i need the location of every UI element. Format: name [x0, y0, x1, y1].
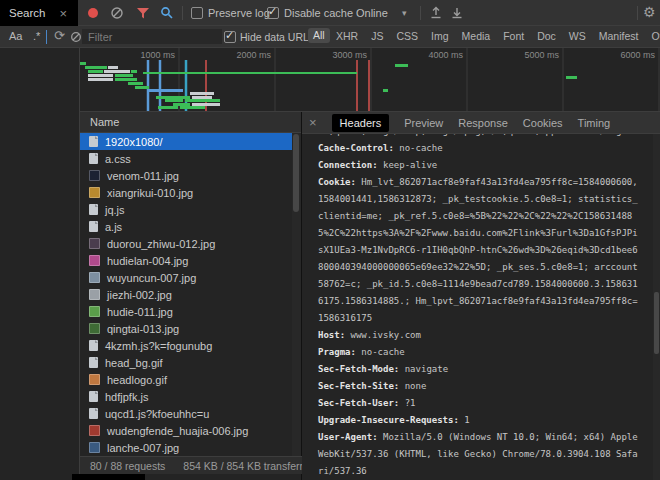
- table-row[interactable]: hudie-011.jpg: [80, 303, 292, 320]
- network-status-bar: 80 / 88 requests 854 KB / 854 KB transfe…: [80, 456, 302, 474]
- regex-button[interactable]: .*: [33, 30, 40, 42]
- filter-type-all[interactable]: All: [308, 28, 330, 43]
- table-row[interactable]: lanche-007.jpg: [80, 439, 292, 456]
- image-thumbnail-icon: [89, 374, 100, 385]
- details-tabs: HeadersPreviewResponseCookiesTiming: [332, 114, 611, 132]
- request-name-label: uqcd1.js?kfoeuhhc=u: [105, 408, 209, 420]
- header-name: Cache-Control:: [318, 143, 399, 153]
- import-har-icon[interactable]: [429, 6, 443, 20]
- image-thumbnail-icon: [89, 272, 100, 283]
- record-network-log-button[interactable]: [88, 8, 98, 18]
- requests-count: 80 / 88 requests: [90, 460, 165, 472]
- document-icon: [89, 391, 98, 402]
- filter-type-font[interactable]: Font: [503, 30, 524, 42]
- search-drawer-tab[interactable]: Search ×: [0, 0, 78, 26]
- svg-text:5000 ms: 5000 ms: [524, 50, 559, 60]
- header-value: keep-alive: [383, 160, 437, 170]
- search-results-pane: [0, 48, 80, 480]
- table-row[interactable]: uqcd1.js?kfoeuhhc=u: [80, 405, 292, 422]
- column-header-name[interactable]: Name: [80, 112, 301, 133]
- image-thumbnail-icon: [89, 323, 100, 334]
- svg-text:2000 ms: 2000 ms: [236, 50, 271, 60]
- filter-type-ws[interactable]: WS: [569, 30, 586, 42]
- table-row[interactable]: jiezhi-002.jpg: [80, 286, 292, 303]
- transferred-size: 854 KB / 854 KB transferred: [183, 460, 314, 472]
- clear-search-icon[interactable]: [70, 31, 82, 43]
- search-icon[interactable]: [160, 6, 174, 20]
- document-icon: [89, 408, 98, 419]
- refresh-search-icon[interactable]: ⟳: [54, 28, 65, 43]
- request-name-label: hdfjpfk.js: [105, 391, 148, 403]
- export-har-icon[interactable]: [450, 6, 464, 20]
- header-value: navigate: [405, 364, 448, 374]
- image-thumbnail-icon: [89, 289, 100, 300]
- tab-cookies[interactable]: Cookies: [523, 117, 563, 129]
- throttling-dropdown[interactable]: Online: [356, 7, 388, 19]
- network-overview-timeline[interactable]: 1000 ms2000 ms3000 ms4000 ms5000 ms6000 …: [80, 48, 660, 112]
- header-name: Cookie:: [318, 177, 361, 187]
- header-name: Upgrade-Insecure-Requests:: [318, 415, 464, 425]
- preserve-log-checkbox[interactable]: [191, 7, 203, 19]
- filter-type-doc[interactable]: Doc: [537, 30, 556, 42]
- filter-type-list: XHRJSCSSImgMediaFontDocWSManifestOther: [336, 30, 660, 42]
- requests-scrollbar[interactable]: [292, 133, 301, 456]
- disable-cache-checkbox[interactable]: [267, 7, 279, 19]
- table-row[interactable]: 1920x1080/: [80, 133, 292, 150]
- search-tab-close-icon[interactable]: ×: [59, 7, 67, 20]
- table-row[interactable]: wudengfende_huajia-006.jpg: [80, 422, 292, 439]
- table-row[interactable]: venom-011.jpg: [80, 167, 292, 184]
- request-name-label: headlogo.gif: [107, 374, 167, 386]
- table-row[interactable]: xiangrikui-010.jpg: [80, 184, 292, 201]
- table-row[interactable]: headlogo.gif: [80, 371, 292, 388]
- table-row[interactable]: wuyuncun-007.jpg: [80, 269, 292, 286]
- header-value: no-cache: [361, 347, 404, 357]
- filter-type-js[interactable]: JS: [371, 30, 383, 42]
- settings-gear-icon[interactable]: ⚙: [643, 4, 656, 20]
- filter-type-manifest[interactable]: Manifest: [599, 30, 639, 42]
- tab-preview[interactable]: Preview: [404, 117, 443, 129]
- request-name-label: duorou_zhiwu-012.jpg: [107, 238, 215, 250]
- filter-type-media[interactable]: Media: [462, 30, 491, 42]
- table-row[interactable]: head_bg.gif: [80, 354, 292, 371]
- tab-timing[interactable]: Timing: [578, 117, 611, 129]
- table-row[interactable]: a.css: [80, 150, 292, 167]
- table-row[interactable]: jq.js: [80, 201, 292, 218]
- header-line: Sec-Fetch-Mode: navigate: [318, 361, 638, 378]
- header-line: Sec-Fetch-Site: none: [318, 378, 638, 395]
- filter-input[interactable]: [82, 29, 222, 44]
- filter-funnel-icon[interactable]: [136, 6, 150, 20]
- image-thumbnail-icon: [89, 442, 100, 453]
- details-scrollbar-thumb[interactable]: [654, 292, 659, 354]
- table-row[interactable]: duorou_zhiwu-012.jpg: [80, 235, 292, 252]
- match-case-button[interactable]: Aa: [9, 30, 22, 42]
- toolbar-divider: [182, 6, 183, 20]
- close-details-icon[interactable]: ×: [309, 116, 317, 129]
- table-row[interactable]: qingtai-013.jpg: [80, 320, 292, 337]
- filter-type-other[interactable]: Other: [651, 30, 660, 42]
- header-line: Pragma: no-cache: [318, 344, 638, 361]
- clear-network-log-icon[interactable]: [110, 6, 124, 20]
- tab-headers[interactable]: Headers: [332, 114, 390, 132]
- header-name: Connection:: [318, 160, 383, 170]
- hide-data-urls-checkbox[interactable]: [224, 31, 236, 43]
- table-row[interactable]: 4kzmh.js?k=fogunubg: [80, 337, 292, 354]
- headers-content: ml;q=0.9,image/webp,image/apng,*/*;q=0.8…: [302, 134, 652, 480]
- request-name-label: qingtai-013.jpg: [107, 323, 179, 335]
- table-row[interactable]: a.js: [80, 218, 292, 235]
- requests-scrollbar-thumb[interactable]: [293, 134, 299, 212]
- header-line: Cache-Control: no-cache: [318, 140, 638, 157]
- taskbar-fragment: [72, 474, 145, 480]
- devtools-network-panel: Search × Preserve log Disable cache Onli…: [0, 0, 660, 480]
- details-scrollbar[interactable]: [653, 134, 660, 480]
- document-icon: [89, 153, 98, 164]
- tab-response[interactable]: Response: [458, 117, 508, 129]
- request-name-label: a.css: [105, 153, 131, 165]
- filter-type-img[interactable]: Img: [431, 30, 449, 42]
- table-row[interactable]: hdfjpfk.js: [80, 388, 292, 405]
- request-name-label: hudie-011.jpg: [107, 306, 173, 318]
- filter-type-xhr[interactable]: XHR: [336, 30, 358, 42]
- header-name: User-Agent:: [318, 432, 383, 442]
- table-row[interactable]: hudielan-004.jpg: [80, 252, 292, 269]
- filter-type-css[interactable]: CSS: [396, 30, 418, 42]
- header-value: no-cache: [399, 143, 442, 153]
